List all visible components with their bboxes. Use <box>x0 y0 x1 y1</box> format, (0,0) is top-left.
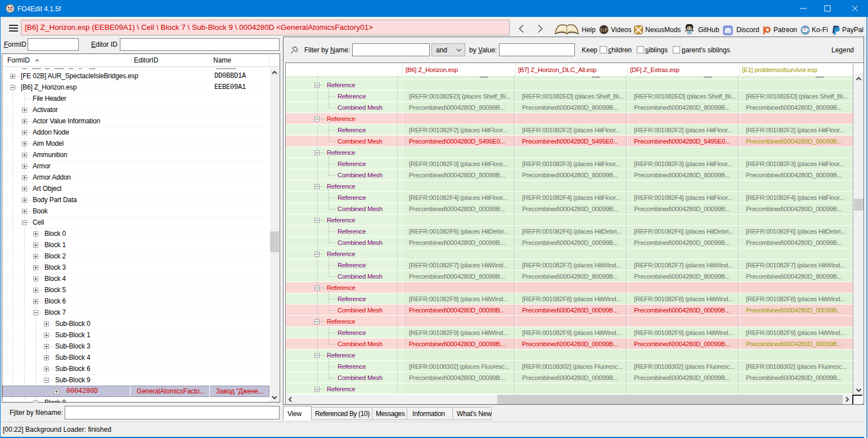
svg-text:GP: GP <box>600 27 608 33</box>
